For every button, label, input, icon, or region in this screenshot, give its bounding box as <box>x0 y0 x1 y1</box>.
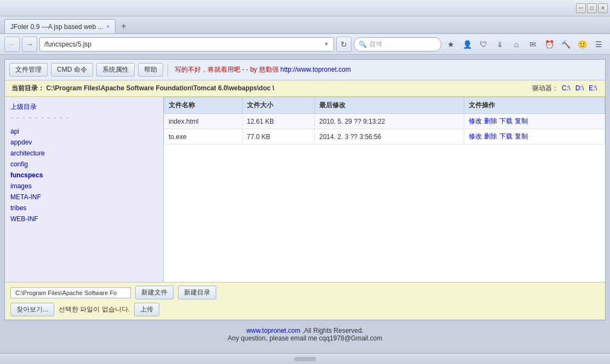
back-button[interactable]: ← <box>4 37 20 52</box>
col-actions: 文件操作 <box>464 97 605 114</box>
url-text: /funcspecs/5.jsp <box>44 41 321 48</box>
main-content: 上级目录 - - - - - - - - - - api appdev arch… <box>5 97 605 282</box>
sys-props-button[interactable]: 系统属性 <box>96 63 135 77</box>
search-placeholder: 검색 <box>369 39 382 49</box>
col-modified: 最后修改 <box>314 97 464 114</box>
forward-button[interactable]: → <box>22 37 37 52</box>
no-file-label: 선택한 파일이 없습니다. <box>59 305 130 314</box>
sidebar-item-web-inf[interactable]: WEB-INF <box>10 213 158 224</box>
bottom-bar-row1: C:\Program Files\Apache Software Fo 新建文件… <box>10 286 600 299</box>
sidebar: 上级目录 - - - - - - - - - - api appdev arch… <box>5 97 164 282</box>
file-action-link-修改[interactable]: 修改 <box>469 132 482 140</box>
refresh-button[interactable]: ↻ <box>336 37 352 52</box>
restore-button[interactable]: □ <box>587 3 597 13</box>
drives-info: 驱动器： C:\ D:\ E:\ <box>521 84 599 93</box>
title-bar: ─ □ × <box>0 0 610 16</box>
drive-d[interactable]: D:\ <box>576 84 584 92</box>
dir-label: 当前目录： <box>11 84 44 92</box>
sidebar-item-api[interactable]: api <box>10 126 158 137</box>
new-file-button[interactable]: 新建文件 <box>135 286 174 299</box>
footer-suffix: ,All Rights Reserved. <box>302 327 364 334</box>
minimize-button[interactable]: ─ <box>576 3 586 13</box>
drive-c[interactable]: C:\ <box>562 84 570 92</box>
table-row: to.exe77.0 KB2014. 2. 3 ?? 3:56:56修改删除下载… <box>164 129 605 145</box>
file-action-link-下载[interactable]: 下载 <box>499 117 513 125</box>
search-bar[interactable]: 🔍 검색 <box>354 37 441 51</box>
drive-e[interactable]: E:\ <box>589 84 597 92</box>
content-area: 文件管理 CMD 命令 系统属性 帮助 写的不好，将就着用吧 - - by 慈勤… <box>0 55 610 353</box>
bottom-bar: C:\Program Files\Apache Software Fo 新建文件… <box>5 282 605 320</box>
dir-bar: 当前目录： C:\Program Files\Apache Software F… <box>5 80 605 97</box>
app-toolbar: 文件管理 CMD 命令 系统属性 帮助 写的不好，将就着用吧 - - by 慈勤… <box>5 60 605 80</box>
sidebar-item-tribes[interactable]: tribes <box>10 203 158 213</box>
sidebar-item-appdev[interactable]: appdev <box>10 137 158 148</box>
sidebar-item-meta-inf[interactable]: META-INF <box>10 192 158 203</box>
sidebar-item-images[interactable]: images <box>10 181 158 192</box>
home-icon[interactable]: ⌂ <box>509 37 523 51</box>
parent-dir-link[interactable]: 上级目录 <box>10 102 158 112</box>
help-button[interactable]: 帮助 <box>138 63 163 77</box>
footer-line1: www.topronet.com ,All Rights Reserved. <box>11 327 599 334</box>
emoji-icon[interactable]: 🙂 <box>575 37 589 51</box>
footer-website-link[interactable]: www.topronet.com <box>246 327 301 334</box>
col-filename: 文件名称 <box>164 97 243 114</box>
file-actions-cell: 修改删除下载复制 <box>464 114 605 129</box>
cmd-button[interactable]: CMD 命令 <box>51 63 93 77</box>
send-icon[interactable]: ✉ <box>526 37 540 51</box>
extension-icon[interactable]: 🔨 <box>559 37 573 51</box>
file-size-cell: 77.0 KB <box>242 129 314 145</box>
download-icon[interactable]: ⇓ <box>493 37 507 51</box>
new-tab-button[interactable]: + <box>118 19 129 33</box>
url-dropdown-icon[interactable]: ▼ <box>324 41 329 47</box>
window-controls: ─ □ × <box>576 3 608 13</box>
table-row: index.html12.61 KB2010. 5. 29 ?? 9:13:22… <box>164 114 605 129</box>
browse-button[interactable]: 찾아보기... <box>10 303 54 316</box>
file-action-link-删除[interactable]: 删除 <box>484 117 497 125</box>
current-dir: 当前目录： C:\Program Files\Apache Software F… <box>11 84 521 93</box>
col-filesize: 文件大小 <box>242 97 314 114</box>
footer: www.topronet.com ,All Rights Reserved. A… <box>4 320 606 349</box>
tab-bar: JFoler 0.9 ---A jsp based web ... × + <box>0 16 610 34</box>
scroll-indicator[interactable] <box>294 357 316 361</box>
file-size-cell: 12.61 KB <box>242 114 314 129</box>
file-modified-cell: 2014. 2. 3 ?? 3:56:56 <box>314 129 464 145</box>
sidebar-item-funcspecs[interactable]: funcspecs <box>10 170 158 181</box>
search-icon: 🔍 <box>359 41 367 48</box>
bookmark-icon[interactable]: ★ <box>444 37 458 51</box>
file-action-link-删除[interactable]: 删除 <box>484 132 497 140</box>
tab-label: JFoler 0.9 ---A jsp based web ... <box>10 23 103 31</box>
nav-bar: ← → /funcspecs/5.jsp ▼ ↻ 🔍 검색 ★ 👤 🛡 ⇓ ⌂ … <box>0 34 610 55</box>
app-container: 文件管理 CMD 命令 系统属性 帮助 写的不好，将就着用吧 - - by 慈勤… <box>4 59 606 320</box>
close-window-button[interactable]: × <box>598 3 608 13</box>
tab-close-icon[interactable]: × <box>106 24 110 30</box>
drives-label: 驱动器： <box>532 84 559 92</box>
file-modified-cell: 2010. 5. 29 ?? 9:13:22 <box>314 114 464 129</box>
shield-icon[interactable]: 🛡 <box>476 37 491 51</box>
file-action-link-复制[interactable]: 复制 <box>515 117 528 125</box>
upload-button[interactable]: 上传 <box>134 303 159 316</box>
new-dir-button[interactable]: 新建目录 <box>178 286 216 299</box>
file-table: 文件名称 文件大小 最后修改 文件操作 index.html12.61 KB20… <box>164 97 605 145</box>
url-bar[interactable]: /funcspecs/5.jsp ▼ <box>39 37 334 51</box>
browser-tab[interactable]: JFoler 0.9 ---A jsp based web ... × <box>4 19 116 33</box>
footer-line2: Any question, please email me cqq1978@Gm… <box>11 334 599 342</box>
file-name-cell: index.html <box>164 114 243 129</box>
bottom-bar-row2: 찾아보기... 선택한 파일이 없습니다. 上传 <box>10 303 600 316</box>
file-name-cell: to.exe <box>164 129 243 145</box>
sidebar-item-architecture[interactable]: architecture <box>10 148 158 159</box>
identity-icon[interactable]: 👤 <box>460 37 474 51</box>
history-icon[interactable]: ⏰ <box>542 37 556 51</box>
table-header-row: 文件名称 文件大小 最后修改 文件操作 <box>164 97 605 114</box>
file-table-area: 文件名称 文件大小 最后修改 文件操作 index.html12.61 KB20… <box>164 97 605 282</box>
status-bar <box>0 353 610 364</box>
menu-icon[interactable]: ☰ <box>591 37 606 51</box>
sidebar-item-config[interactable]: config <box>10 159 158 170</box>
file-action-link-下载[interactable]: 下载 <box>499 132 513 140</box>
toolbar-divider <box>168 65 168 76</box>
file-action-link-修改[interactable]: 修改 <box>469 117 482 125</box>
nav-icons: ★ 👤 🛡 ⇓ ⌂ ✉ ⏰ 🔨 🙂 ☰ <box>444 37 606 51</box>
file-action-link-复制[interactable]: 复制 <box>515 132 528 140</box>
file-mgmt-button[interactable]: 文件管理 <box>9 63 48 77</box>
tagline-link[interactable]: http://www.topronet.com <box>280 66 351 73</box>
dir-separator: \ <box>273 84 274 92</box>
